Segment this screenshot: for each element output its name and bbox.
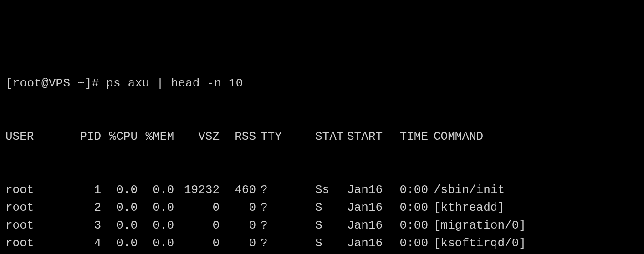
cell-gap (274, 199, 315, 217)
cell-mem: 0.0 (138, 252, 174, 254)
col-header-tty: TTY (256, 128, 274, 146)
cell-vsz: 0 (174, 252, 220, 254)
cell-tty: ? (256, 252, 274, 254)
cell-tty: ? (256, 181, 274, 199)
cell-stat: Ss (315, 181, 347, 199)
table-row: root20.00.000?SJan160:00[kthreadd] (5, 199, 644, 217)
col-header-time: TIME (393, 128, 434, 146)
col-gap (274, 128, 315, 146)
cell-user: root (5, 181, 74, 199)
ps-header-row: USER PID %CPU %MEM VSZ RSS TTY STAT STAR… (5, 128, 644, 146)
cell-time: 0:00 (393, 181, 434, 199)
col-header-rss: RSS (220, 128, 256, 146)
cell-user: root (5, 252, 74, 254)
cell-command: [stopper/0] (434, 252, 644, 254)
cell-start: Jan16 (347, 199, 393, 217)
cell-time: 0:00 (393, 217, 434, 234)
cell-stat: S (315, 252, 347, 254)
shell-prompt-command: [root@VPS ~]# ps axu | head -n 10 (5, 75, 644, 92)
col-header-start: START (347, 128, 393, 146)
cell-user: root (5, 234, 74, 252)
cell-mem: 0.0 (138, 181, 174, 199)
cell-gap (274, 217, 315, 234)
cell-vsz: 19232 (174, 181, 220, 199)
cell-tty: ? (256, 217, 274, 234)
table-row: root10.00.019232460?SsJan160:00/sbin/ini… (5, 181, 644, 199)
ps-rows: root10.00.019232460?SsJan160:00/sbin/ini… (5, 181, 644, 254)
cell-vsz: 0 (174, 217, 220, 234)
cell-cpu: 0.0 (101, 181, 138, 199)
table-row: root30.00.000?SJan160:00[migration/0] (5, 217, 644, 234)
cell-pid: 1 (74, 181, 101, 199)
col-header-vsz: VSZ (174, 128, 220, 146)
cell-vsz: 0 (174, 199, 220, 217)
cell-tty: ? (256, 199, 274, 217)
cell-pid: 2 (74, 199, 101, 217)
table-row: root40.00.000?SJan160:00[ksoftirqd/0] (5, 234, 644, 252)
cell-stat: S (315, 217, 347, 234)
cell-command: /sbin/init (434, 181, 644, 199)
cell-gap (274, 181, 315, 199)
cell-time: 0:00 (393, 234, 434, 252)
cell-start: Jan16 (347, 234, 393, 252)
cell-gap (274, 252, 315, 254)
cell-rss: 0 (220, 199, 256, 217)
cell-user: root (5, 199, 74, 217)
cell-rss: 0 (220, 234, 256, 252)
cell-command: [ksoftirqd/0] (434, 234, 644, 252)
cell-pid: 3 (74, 217, 101, 234)
cell-cpu: 0.0 (101, 234, 138, 252)
cell-start: Jan16 (347, 181, 393, 199)
cell-time: 0:00 (393, 252, 434, 254)
col-header-mem: %MEM (138, 128, 174, 146)
cell-start: Jan16 (347, 252, 393, 254)
cell-vsz: 0 (174, 234, 220, 252)
cell-rss: 0 (220, 217, 256, 234)
col-header-pid: PID (74, 128, 101, 146)
table-row: root50.00.000?SJan160:00[stopper/0] (5, 252, 644, 254)
cell-rss: 460 (220, 181, 256, 199)
cell-cpu: 0.0 (101, 252, 138, 254)
cell-start: Jan16 (347, 217, 393, 234)
cell-mem: 0.0 (138, 234, 174, 252)
cell-gap (274, 234, 315, 252)
cell-stat: S (315, 199, 347, 217)
cell-cpu: 0.0 (101, 217, 138, 234)
cell-cpu: 0.0 (101, 199, 138, 217)
cell-time: 0:00 (393, 199, 434, 217)
cell-mem: 0.0 (138, 199, 174, 217)
cell-stat: S (315, 234, 347, 252)
cell-pid: 5 (74, 252, 101, 254)
col-header-user: USER (5, 128, 74, 146)
cell-command: [migration/0] (434, 217, 644, 234)
cell-command: [kthreadd] (434, 199, 644, 217)
cell-pid: 4 (74, 234, 101, 252)
cell-tty: ? (256, 234, 274, 252)
cell-mem: 0.0 (138, 217, 174, 234)
col-header-stat: STAT (315, 128, 347, 146)
cell-user: root (5, 217, 74, 234)
col-header-cpu: %CPU (101, 128, 138, 146)
col-header-cmd: COMMAND (434, 128, 644, 146)
cell-rss: 0 (220, 252, 256, 254)
